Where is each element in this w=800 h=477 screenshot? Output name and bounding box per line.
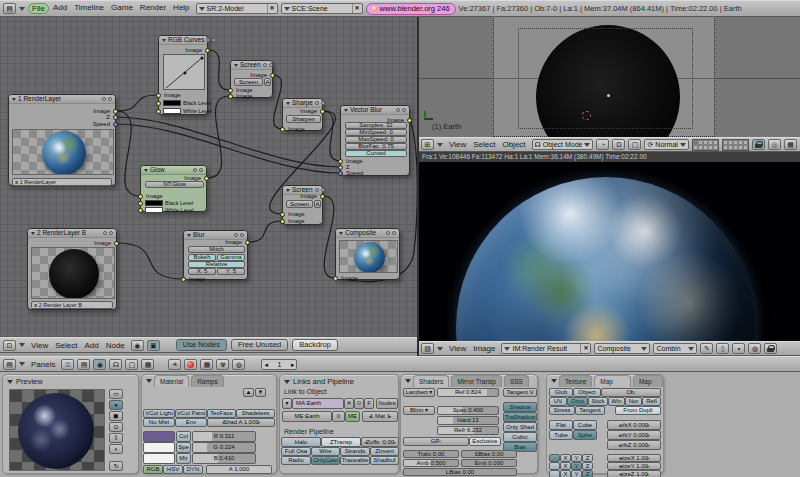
slider-hard-13[interactable]: Hard:13 — [437, 416, 499, 425]
scene-selector[interactable]: SCE:Scene✕ — [281, 3, 363, 14]
main-menu-add[interactable]: Add — [50, 3, 70, 14]
vcol-light-button[interactable]: VCol Light — [143, 409, 175, 418]
logic-context-icon[interactable]: ⚿ — [61, 359, 74, 370]
node-widget-curved[interactable]: Curved — [345, 150, 407, 157]
color-swatch[interactable] — [145, 200, 163, 206]
radiosity-subcontext-icon[interactable]: ☢ — [216, 359, 229, 370]
rgb-button[interactable]: RGB — [143, 465, 163, 474]
cubic-button[interactable]: Cubic — [503, 432, 537, 442]
number-ofsx-0-000[interactable]: ◂ofsX 0.000▸ — [607, 420, 661, 430]
trashadow-button[interactable]: TraShadow — [503, 412, 537, 422]
--button[interactable]: ◼ — [109, 411, 123, 421]
socket-in-z[interactable] — [338, 165, 343, 170]
shading-context-icon[interactable]: ◉ — [93, 359, 106, 370]
node-widget-relative[interactable]: Relative — [188, 261, 245, 268]
node-widget-screen[interactable]: Screen — [286, 200, 313, 208]
number-ofsz-0-000[interactable]: ◂ofsZ 0.000▸ — [607, 440, 661, 450]
layer-toggle[interactable] — [713, 145, 718, 150]
menu-blinn[interactable]: Blinn ▾ — [403, 406, 435, 415]
mir-button[interactable]: Mir — [176, 453, 191, 464]
node-screen2[interactable]: ScreenImageImageImageScreenA — [282, 185, 323, 225]
orientation-selector[interactable]: ⟳Normal — [644, 139, 689, 150]
z-button[interactable]: Z — [582, 462, 593, 470]
socket-in-image[interactable] — [333, 276, 338, 281]
panel-title[interactable]: Links and Pipeline — [284, 377, 354, 386]
tab-material[interactable]: Material — [154, 375, 189, 387]
node-collapse-icon[interactable] — [144, 169, 148, 172]
slider-sbias-0-00[interactable]: SBias 0.00 — [461, 450, 517, 458]
slider-refr-6-232[interactable]: Refr 6.232 — [437, 426, 499, 435]
flat-button[interactable]: Flat — [549, 420, 573, 430]
screen-dropdown-icon[interactable] — [199, 7, 205, 11]
radio-button[interactable]: Radio — [281, 456, 311, 465]
number-sizey-1-00[interactable]: ◂sizeY 1.00▸ — [607, 462, 661, 470]
node-menu-select[interactable]: Select — [52, 341, 80, 350]
color-swatch[interactable] — [143, 453, 175, 464]
socket-out-speed[interactable] — [113, 122, 118, 127]
viewport-menu-view[interactable]: View — [446, 140, 469, 149]
color-swatch[interactable] — [163, 108, 181, 114]
button-button[interactable] — [549, 462, 560, 470]
node-collapse-icon[interactable] — [234, 64, 238, 67]
hsv-button[interactable]: HSV — [163, 465, 183, 474]
node-options-icon[interactable] — [108, 97, 112, 101]
socket-out-image[interactable] — [204, 176, 209, 181]
pivot-selector-icon[interactable]: Ω — [612, 139, 625, 150]
refl-button[interactable]: Refl — [642, 397, 661, 406]
rv-collapse-icon[interactable] — [437, 347, 443, 351]
stress-button[interactable]: Stress — [549, 406, 575, 415]
me-button[interactable]: ME — [345, 411, 360, 422]
node-editor[interactable]: 1 RenderLayerImageZSpeed≡ 1 RenderLayerR… — [0, 17, 417, 337]
script-context-icon[interactable]: ▤ — [77, 359, 90, 370]
screen-delete-icon[interactable]: ✕ — [267, 4, 275, 13]
node-widget-gamma[interactable]: Gamma — [217, 254, 245, 261]
socket-out-image[interactable] — [407, 118, 412, 123]
viewport-menu-select[interactable]: Select — [470, 140, 498, 149]
frame-counter[interactable]: ◂1▸ — [261, 359, 297, 370]
bw-collapse-icon[interactable] — [19, 362, 25, 366]
color-swatch[interactable] — [163, 100, 181, 106]
socket-out-image[interactable] — [270, 73, 275, 78]
y-button[interactable]: Y — [571, 470, 582, 477]
nodes-button[interactable]: Nodes — [376, 398, 398, 409]
ob--button[interactable]: Ob: — [601, 388, 661, 397]
render-pass-selector[interactable]: Composite — [594, 343, 650, 354]
editing-context-icon[interactable]: ▢ — [125, 359, 138, 370]
socket-in-image[interactable] — [228, 94, 233, 99]
buttons-type-icon[interactable]: ▤ — [3, 359, 16, 370]
panel-title[interactable]: Preview — [7, 377, 43, 386]
header-collapse-icon[interactable] — [19, 7, 25, 11]
node-blur[interactable]: BlurImageImageMitchBokehGammaRelativeX: … — [183, 230, 248, 280]
slider-spec-0-400[interactable]: Spec 0.400 — [437, 406, 499, 415]
node-preview-icon[interactable] — [396, 108, 400, 112]
shadow-button[interactable]: Shadow — [503, 402, 537, 412]
onlycast-button[interactable]: OnlyCast — [311, 456, 340, 465]
mode-selector[interactable]: ☊Object Mode — [532, 139, 594, 150]
node-options-icon[interactable] — [392, 231, 396, 235]
x-button[interactable]: X — [560, 470, 571, 477]
node-collapse-icon[interactable] — [162, 39, 166, 42]
cube-button[interactable]: Cube — [573, 420, 597, 430]
lock-render-icon[interactable] — [764, 343, 777, 354]
node-options-icon[interactable] — [402, 108, 406, 112]
gr--button[interactable]: GR: — [403, 437, 469, 446]
node-sharpen[interactable]: SharpeImageImageSharpen — [282, 98, 323, 131]
viewport-menu-object[interactable]: Object — [499, 140, 528, 149]
socket-out-z[interactable] — [113, 115, 118, 120]
button-button[interactable] — [549, 454, 560, 462]
texture-subcontext-icon[interactable]: ▦ — [200, 359, 213, 370]
z-button[interactable]: Z — [582, 454, 593, 462]
node-collapse-icon[interactable] — [12, 98, 16, 101]
number-ofsy-0-000[interactable]: ◂ofsY 0.000▸ — [607, 430, 661, 440]
halo-button[interactable]: Halo — [281, 437, 321, 447]
node-collapse-icon[interactable] — [339, 232, 343, 235]
scene-context-icon[interactable]: ▦ — [141, 359, 154, 370]
shadeless-button[interactable]: Shadeless — [236, 409, 275, 418]
color-swatch[interactable] — [143, 442, 175, 453]
wire-button[interactable]: Wire — [311, 447, 340, 456]
image-selector[interactable]: IM:Render Result✕ — [501, 343, 591, 354]
node-preview-icon[interactable] — [193, 168, 197, 172]
node-collapse-icon[interactable] — [286, 189, 290, 192]
channel-selector[interactable]: Combin — [653, 343, 697, 354]
node-options-icon[interactable] — [321, 188, 325, 192]
